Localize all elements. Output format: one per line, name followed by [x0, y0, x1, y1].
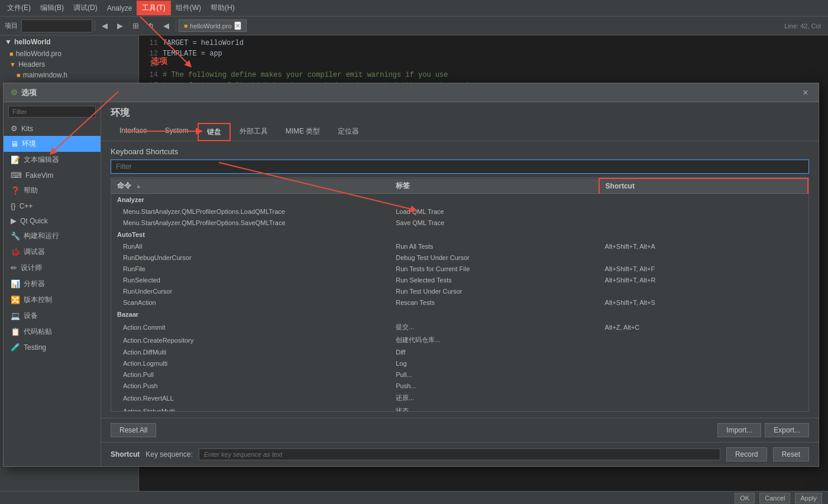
- shortcuts-content: Keyboard Shortcuts 命令 ▲: [101, 141, 819, 418]
- toolbar-btn-3[interactable]: ⊞: [128, 19, 143, 33]
- tag-cell: 提交...: [390, 321, 599, 334]
- cat-kits[interactable]: ⚙ Kits: [4, 121, 101, 136]
- table-row: Menu.StartAnalyzer.QMLProfilerOptions.Sa…: [111, 217, 808, 229]
- shortcut-cell: [599, 252, 808, 264]
- reset-all-button[interactable]: Reset All: [111, 423, 156, 437]
- cat-codepaste[interactable]: 📋 代码粘贴: [4, 324, 101, 340]
- toolbar-sep-1: [95, 21, 95, 31]
- shortcut-cell: [599, 358, 808, 369]
- menu-debug[interactable]: 调试(D): [69, 1, 102, 15]
- cat-devices[interactable]: 💻 设备: [4, 308, 101, 324]
- cat-build-run-label: 构建和运行: [24, 231, 59, 241]
- menu-file[interactable]: 文件(E): [2, 1, 35, 15]
- project-root[interactable]: ▼ helloWorld: [0, 35, 138, 48]
- cat-vcs[interactable]: 🔀 版本控制: [4, 292, 101, 308]
- tab-system[interactable]: System: [156, 123, 198, 141]
- shortcut-seq-input[interactable]: [199, 448, 720, 460]
- cat-qtquick[interactable]: ▶ Qt Quick: [4, 213, 101, 228]
- tag-cell: Run All Tests: [390, 241, 599, 252]
- shortcut-cell: [599, 405, 808, 412]
- shortcuts-filter-input[interactable]: [111, 160, 809, 174]
- export-button[interactable]: Export...: [765, 423, 809, 437]
- tag-cell: 状态: [390, 405, 599, 412]
- toolbar-forward-btn[interactable]: ▶: [113, 19, 127, 33]
- category-panel: ⚙ Kits 🖥 环境 📝 文本编辑器 ⌨ FakeVim ❓ 帮助: [4, 102, 101, 466]
- cat-designer[interactable]: ✏ 设计师: [4, 260, 101, 276]
- testing-icon: 🧪: [11, 343, 20, 352]
- table-row: RunAll Run All Tests Alt+Shift+T, Alt+A: [111, 241, 808, 252]
- cat-analyzer[interactable]: 📊 分析器: [4, 276, 101, 292]
- shortcut-section-label: Shortcut: [111, 450, 140, 459]
- help-icon: ❓: [11, 186, 20, 195]
- mainwindow-label: mainwindow.h: [23, 71, 67, 79]
- category-filter-input[interactable]: [8, 106, 96, 118]
- toolbar-back-btn[interactable]: ◀: [98, 19, 112, 33]
- col-shortcut-header[interactable]: Shortcut: [599, 178, 808, 194]
- toolbar-btn-5[interactable]: ◀: [159, 19, 173, 33]
- tag-cell: Debug Test Under Cursor: [390, 252, 599, 264]
- cat-text-editor[interactable]: 📝 文本编辑器: [4, 152, 101, 168]
- cat-help[interactable]: ❓ 帮助: [4, 183, 101, 199]
- col-tag-header[interactable]: 标签: [390, 178, 599, 194]
- record-button[interactable]: Record: [726, 447, 767, 461]
- cat-codepaste-label: 代码粘贴: [24, 327, 52, 337]
- project-item-pro[interactable]: ■ helloWorld.pro: [0, 48, 138, 59]
- tab-interface[interactable]: Interface: [111, 123, 156, 141]
- cat-fakevim[interactable]: ⌨ FakeVim: [4, 168, 101, 183]
- shortcuts-title: Keyboard Shortcuts: [111, 147, 809, 156]
- shortcuts-table-wrap[interactable]: 命令 ▲ 标签 Shortcut: [111, 177, 809, 412]
- col-command-header[interactable]: 命令 ▲: [111, 178, 390, 194]
- content-panel: 环境 Interface System 键盘 外部工具 MIME 类型 定位器 …: [101, 102, 819, 466]
- ok-button[interactable]: OK: [735, 493, 755, 503]
- tag-cell: Save QML Trace: [390, 217, 599, 229]
- options-dialog: ⚙ 选项 × ⚙ Kits 🖥 环境 📝: [3, 83, 819, 467]
- import-button[interactable]: Import...: [717, 423, 761, 437]
- table-row: Action.Commit 提交... Alt+Z, Alt+C: [111, 321, 808, 334]
- project-mainwindow[interactable]: ■ mainwindow.h: [0, 70, 138, 80]
- file-tab[interactable]: ■ helloWorld.pro ✕: [179, 19, 247, 32]
- code-line-14: 14 # The following define makes your com…: [139, 70, 828, 80]
- cat-testing[interactable]: 🧪 Testing: [4, 340, 101, 355]
- text-editor-icon: 📝: [11, 155, 20, 164]
- shortcuts-table: 命令 ▲ 标签 Shortcut: [111, 178, 808, 412]
- command-cell: Action.RevertALL: [111, 392, 390, 405]
- table-row: RunFile Run Tests for Current File Alt+S…: [111, 264, 808, 275]
- env-title: 环境: [101, 102, 819, 119]
- project-headers-folder[interactable]: ▼ Headers: [0, 59, 138, 70]
- dialog-close-button[interactable]: ×: [800, 87, 811, 99]
- menu-help[interactable]: 帮助(H): [206, 1, 240, 15]
- apply-button[interactable]: Apply: [795, 493, 822, 503]
- tag-cell: Run Selected Tests: [390, 275, 599, 286]
- cat-analyzer-label: 分析器: [24, 279, 45, 289]
- file-tab-name: helloWorld.pro: [190, 22, 232, 30]
- table-row: Action.Logmulti Log: [111, 358, 808, 369]
- menu-analyze[interactable]: Analyze: [102, 2, 137, 14]
- cat-debugger[interactable]: 🐞 调试器: [4, 244, 101, 260]
- reset-shortcut-button[interactable]: Reset: [773, 447, 809, 461]
- cat-cpp[interactable]: {} C++: [4, 199, 101, 213]
- shortcut-cell: [599, 381, 808, 392]
- headers-folder-icon: ▼: [9, 61, 16, 68]
- toolbar-btn-4[interactable]: ↰: [144, 19, 158, 33]
- tag-cell: Push...: [390, 381, 599, 392]
- tab-locator[interactable]: 定位器: [329, 123, 368, 141]
- dialog-title: ⚙ 选项: [11, 87, 37, 98]
- cat-env[interactable]: 🖥 环境: [4, 136, 101, 152]
- file-tab-close[interactable]: ✕: [234, 21, 241, 30]
- tab-keyboard[interactable]: 键盘: [198, 123, 231, 141]
- project-dropdown[interactable]: [21, 19, 92, 32]
- tab-mime[interactable]: MIME 类型: [277, 123, 329, 141]
- shortcut-cell: [599, 347, 808, 358]
- shortcut-cell: Alt+Shift+T, Alt+F: [599, 264, 808, 275]
- command-cell: Action.CreateRepository: [111, 334, 390, 347]
- menu-edit[interactable]: 编辑(B): [35, 1, 69, 15]
- debugger-icon: 🐞: [11, 248, 20, 256]
- table-row: RunDebugUnderCursor Debug Test Under Cur…: [111, 252, 808, 264]
- menu-tools[interactable]: 工具(T): [137, 1, 170, 15]
- table-row: ScanAction Rescan Tests Alt+Shift+T, Alt…: [111, 297, 808, 308]
- dialog-title-text: 选项: [21, 87, 37, 98]
- menu-components[interactable]: 组件(W): [171, 1, 206, 15]
- cat-build-run[interactable]: 🔧 构建和运行: [4, 228, 101, 244]
- cancel-button[interactable]: Cancel: [759, 493, 790, 503]
- tab-external-tools[interactable]: 外部工具: [231, 123, 277, 141]
